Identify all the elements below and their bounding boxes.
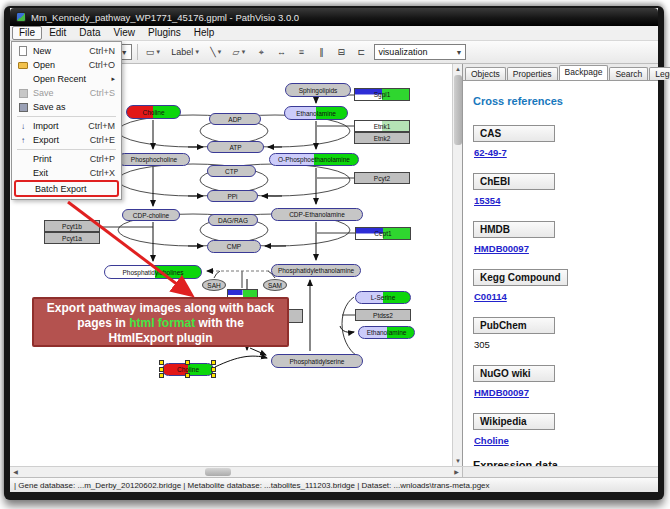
- menubar-item-help[interactable]: Help: [188, 26, 221, 40]
- pathway-node-o-phosphoethanolamine[interactable]: O-Phosphoethanolamine: [269, 153, 359, 166]
- pathway-node-atp[interactable]: ATP: [207, 141, 264, 153]
- pathway-node-pcyt1a[interactable]: Pcyt1a: [44, 232, 100, 244]
- pathway-node-phosphatidylcholines[interactable]: Phosphatidylcholines: [104, 265, 202, 279]
- node-label: Phosphatidylserine: [290, 358, 345, 365]
- visualization-combobox[interactable]: visualization ▼: [374, 44, 466, 60]
- bracket-icon: ⊏: [358, 47, 366, 57]
- selection-handle[interactable]: [211, 367, 216, 372]
- pathway-node-cdp-choline[interactable]: CDP-choline: [122, 209, 180, 221]
- crossref-link[interactable]: 62-49-7: [474, 147, 648, 158]
- scroll-up-icon[interactable]: ▲: [453, 64, 463, 74]
- tab-objects[interactable]: Objects: [465, 67, 506, 80]
- pathway-node-adp[interactable]: ADP: [209, 113, 261, 125]
- pathway-node-l-serine[interactable]: L-Serine: [355, 291, 411, 304]
- selection-handle[interactable]: [211, 373, 216, 378]
- align-horizontal-button[interactable]: ↔: [273, 44, 289, 61]
- file-menu-item-open[interactable]: OpenCtrl+O: [14, 58, 119, 72]
- line-tool-button[interactable]: ╲▼: [207, 44, 225, 61]
- scroll-left-icon[interactable]: ◀: [10, 467, 21, 477]
- chevron-down-icon: ▼: [217, 49, 223, 55]
- pathway-node-cdp-ethanolamine[interactable]: CDP-Ethanolamine: [271, 208, 363, 221]
- titlebar[interactable]: Mm_Kennedy_pathway_WP1771_45176.gpml - P…: [10, 8, 658, 26]
- crossref-section-kegg-compound: Kegg CompoundC00114: [473, 267, 648, 302]
- file-menu-item-export[interactable]: ↑ExportCtrl+E: [14, 133, 119, 147]
- tab-backpage[interactable]: Backpage: [559, 65, 609, 80]
- statusbar: | Gene database: ...m_Derby_20120602.bri…: [10, 477, 658, 492]
- selection-handle[interactable]: [185, 360, 190, 365]
- pathway-node-etnk1[interactable]: Etnk1: [354, 120, 410, 132]
- pathway-node-pcyt1b[interactable]: Pcyt1b: [44, 220, 100, 232]
- pathway-node-cmp[interactable]: CMP: [207, 240, 261, 253]
- pathway-node-phosphocholine[interactable]: Phosphocholine: [118, 153, 190, 166]
- stack-vertical-button[interactable]: ≡: [293, 44, 309, 61]
- file-menu-item-save[interactable]: SaveCtrl+S: [14, 86, 119, 100]
- scroll-down-icon[interactable]: ▼: [453, 456, 463, 466]
- node-label: Pcyt1a: [62, 235, 82, 242]
- tab-legend[interactable]: Legend: [649, 67, 670, 80]
- menubar-item-file[interactable]: File: [12, 26, 42, 40]
- canvas-vertical-scrollbar[interactable]: ▲ ▼: [452, 64, 462, 466]
- file-menu-item-exit[interactable]: ExitCtrl+X: [14, 166, 119, 180]
- file-menu-item-import[interactable]: ↓ImportCtrl+M: [14, 119, 119, 133]
- menubar-item-edit[interactable]: Edit: [43, 26, 72, 40]
- file-menu-item-save-as[interactable]: Save as: [14, 100, 119, 114]
- pathway-node-sgpl1[interactable]: Sgpl1: [354, 88, 410, 101]
- pathway-node-ppi[interactable]: PPi: [207, 190, 258, 202]
- label-node-button[interactable]: Label▼: [168, 44, 203, 61]
- selection-handle[interactable]: [159, 367, 164, 372]
- bracket-button[interactable]: ⊏: [353, 44, 369, 61]
- crossref-section-cas: CAS62-49-7: [473, 123, 648, 158]
- import-icon: ↓: [16, 122, 30, 131]
- pathway-node-phosphatidylserine[interactable]: Phosphatidylserine: [271, 354, 363, 368]
- file-menu-item-batch-export[interactable]: Batch Export: [14, 180, 119, 197]
- crossref-link[interactable]: C00114: [474, 291, 648, 302]
- pathway-node-sah[interactable]: SAH: [202, 279, 226, 291]
- file-menu-item-print[interactable]: PrintCtrl+P: [14, 152, 119, 166]
- selection-handle[interactable]: [159, 373, 164, 378]
- menu-item-label: Save: [33, 88, 90, 98]
- pathway-node-ethanolamine[interactable]: Ethanolamine: [358, 326, 415, 339]
- menubar-item-view[interactable]: View: [107, 26, 141, 40]
- pathway-node-ctp[interactable]: CTP: [207, 165, 256, 177]
- pathway-node-choline[interactable]: Choline: [126, 105, 181, 119]
- vertical-scroll-thumb[interactable]: [454, 75, 462, 145]
- file-menu-item-open-recent[interactable]: Open Recent▸: [14, 72, 119, 86]
- pathway-node-pcyt2[interactable]: Pcyt2: [354, 172, 410, 184]
- pathway-node-cept1[interactable]: Cept1: [355, 227, 411, 240]
- menubar-item-plugins[interactable]: Plugins: [142, 26, 187, 40]
- crossref-link[interactable]: HMDB00097: [474, 243, 648, 254]
- file-menu-item-new[interactable]: NewCtrl+N: [14, 44, 119, 58]
- gene-node-button[interactable]: ▭▼: [143, 44, 164, 61]
- pathway-node-dag-rag[interactable]: DAG/RAG: [208, 214, 258, 226]
- expression-data-header: Expression data: [473, 459, 648, 466]
- crossref-link[interactable]: Choline: [474, 435, 648, 446]
- selection-handle[interactable]: [185, 373, 190, 378]
- common-size-button[interactable]: ⊟: [333, 44, 349, 61]
- pathway-node-sam[interactable]: SAM: [263, 279, 287, 291]
- pathway-node-ptdss2[interactable]: Ptdss2: [355, 309, 411, 321]
- menubar-item-data[interactable]: Data: [73, 26, 106, 40]
- horizontal-scroll-thumb[interactable]: [205, 468, 231, 476]
- backpage-content: Cross references CAS62-49-7ChEBI15354HMD…: [463, 80, 658, 466]
- pathway-node-sphingolipids[interactable]: Sphingolipids: [285, 83, 351, 97]
- selection-handle[interactable]: [211, 360, 216, 365]
- crossref-source-box: CAS: [473, 125, 555, 142]
- tab-properties[interactable]: Properties: [507, 67, 558, 80]
- selection-handle[interactable]: [159, 360, 164, 365]
- stack-horizontal-button[interactable]: ∥: [313, 44, 329, 61]
- pathway-node-ethanolamine[interactable]: Ethanolamine: [284, 106, 348, 120]
- pathway-node-etnk2[interactable]: Etnk2: [354, 132, 410, 144]
- sidebar-panel: ObjectsPropertiesBackpageSearchLegend Cr…: [462, 64, 658, 466]
- tab-search[interactable]: Search: [609, 67, 648, 80]
- node-label: L-Serine: [371, 294, 396, 301]
- align-center-button[interactable]: ⌖: [253, 44, 269, 61]
- shape-tool-button[interactable]: ▱▼: [230, 44, 250, 61]
- scroll-right-icon[interactable]: ▶: [451, 467, 462, 477]
- canvas-horizontal-scrollbar[interactable]: ◀ ▶: [10, 467, 462, 477]
- toolbar-separator: [137, 44, 138, 60]
- pathway-node-phosphatidylethanolamine[interactable]: Phosphatidylethanolamine: [271, 264, 361, 277]
- submenu-arrow-icon: ▸: [111, 75, 115, 83]
- export-icon: ↑: [16, 136, 30, 145]
- crossref-link[interactable]: HMDB00097: [474, 387, 648, 398]
- crossref-link[interactable]: 15354: [474, 195, 648, 206]
